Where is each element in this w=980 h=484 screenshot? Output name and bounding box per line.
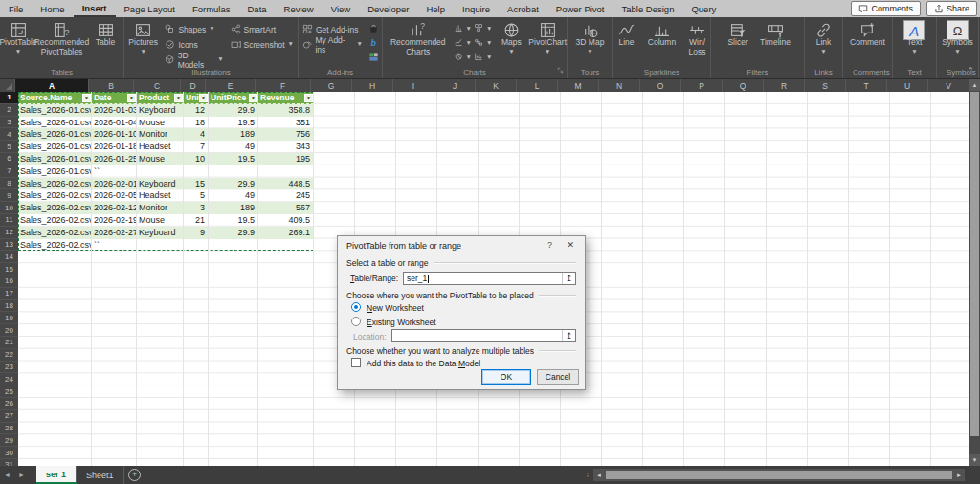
row-header-8[interactable]: 8: [0, 178, 18, 190]
line-chart-button[interactable]: ▼: [455, 36, 472, 51]
excel-table[interactable]: Source.Name▼Date▼Product▼Units▼UnitPrice…: [18, 92, 314, 251]
column-header-T[interactable]: T: [846, 79, 887, 92]
text-button[interactable]: AText▼: [899, 19, 931, 55]
cancel-button[interactable]: Cancel: [537, 369, 579, 385]
scroll-down-icon[interactable]: ▼: [969, 454, 980, 466]
cell[interactable]: 3: [184, 202, 209, 214]
column-header-C[interactable]: C: [134, 79, 181, 92]
comments-button[interactable]: Comments: [851, 1, 921, 16]
column-header-V[interactable]: V: [928, 79, 969, 92]
symbols-button[interactable]: ΩSymbols▼: [939, 19, 976, 55]
pivotchart-button[interactable]: PivotChart▼: [530, 19, 565, 55]
cell[interactable]: 2026-01-10: [92, 128, 137, 141]
sheet-nav-right-icon[interactable]: ►: [14, 466, 29, 484]
column-header-O[interactable]: O: [640, 79, 681, 92]
cell[interactable]: 351: [258, 117, 314, 129]
cell[interactable]: Keyboard: [137, 104, 184, 117]
cell[interactable]: 2026-02-12: [92, 202, 137, 214]
location-picker-icon[interactable]: ↥: [562, 330, 575, 341]
select-all-corner[interactable]: [0, 79, 15, 92]
row-header-2[interactable]: 2: [0, 104, 18, 117]
filter-button[interactable]: ▼: [127, 94, 136, 102]
cell[interactable]: 245: [258, 189, 314, 202]
row-header-12[interactable]: 12: [0, 227, 18, 239]
tab-insert[interactable]: Insert: [74, 0, 116, 17]
cell[interactable]: 49: [209, 141, 258, 153]
cell[interactable]: Mouse: [137, 214, 184, 227]
cell[interactable]: 49: [209, 189, 258, 202]
line-button[interactable]: Line: [611, 19, 643, 48]
cell[interactable]: 19.5: [209, 214, 258, 227]
screenshot-button[interactable]: Screenshot▼: [229, 37, 296, 52]
column-button[interactable]: Column: [646, 19, 679, 48]
table-header-cell[interactable]: Source.Name▼: [18, 92, 92, 103]
cell[interactable]: 189: [209, 128, 258, 141]
range-picker-icon[interactable]: ↥: [562, 273, 575, 284]
cell[interactable]: 2026-02-27: [92, 227, 137, 239]
cell[interactable]: 409.5: [258, 214, 314, 227]
dialog-help-icon[interactable]: ?: [547, 240, 552, 250]
cell[interactable]: 756: [258, 128, 314, 141]
row-header-14[interactable]: 14: [0, 251, 18, 263]
row-header-4[interactable]: 4: [0, 128, 18, 141]
recommended-charts-button[interactable]: ?Recommended Charts: [385, 19, 452, 57]
column-header-B[interactable]: B: [89, 79, 134, 92]
column-header-D[interactable]: D: [181, 79, 206, 92]
row-header-24[interactable]: 24: [0, 373, 18, 385]
column-header-S[interactable]: S: [805, 79, 846, 92]
cell[interactable]: Headset: [137, 141, 184, 153]
cell[interactable]: 18: [184, 117, 209, 129]
pictures-button[interactable]: Pictures▼: [126, 19, 160, 55]
cell[interactable]: Mouse: [137, 117, 184, 129]
row-header-18[interactable]: 18: [0, 300, 18, 313]
smartart-button[interactable]: SmartArt: [229, 22, 296, 36]
cell[interactable]: Sales_2026-01.csv: [18, 165, 92, 178]
table-header-cell[interactable]: Units▼: [184, 92, 209, 103]
filter-button[interactable]: ▼: [304, 94, 313, 102]
row-header-13[interactable]: 13: [0, 239, 18, 252]
scroll-up-icon[interactable]: ▲: [969, 79, 980, 91]
row-header-20[interactable]: 20: [0, 324, 18, 337]
tab-developer[interactable]: Developer: [359, 0, 417, 17]
geo-addin-button[interactable]: [368, 51, 380, 63]
cell[interactable]: Headset: [137, 189, 184, 202]
row-header-1[interactable]: 1: [0, 92, 18, 104]
cell[interactable]: 358.8: [258, 104, 314, 117]
cell[interactable]: Keyboard: [137, 227, 184, 239]
cell[interactable]: [137, 165, 184, 178]
column-header-R[interactable]: R: [764, 79, 805, 92]
cell[interactable]: Mouse: [137, 153, 184, 165]
row-header-30[interactable]: 30: [0, 447, 18, 459]
row-header-28[interactable]: 28: [0, 423, 18, 435]
link-button[interactable]: Link▼: [808, 19, 840, 55]
filter-button[interactable]: ▼: [174, 94, 183, 102]
column-chart-button[interactable]: ▼: [455, 22, 472, 36]
table-header-cell[interactable]: Date▼: [92, 92, 137, 103]
tab-page-layout[interactable]: Page Layout: [116, 0, 184, 17]
tab-view[interactable]: View: [323, 0, 359, 17]
recommended-pivottables-button[interactable]: ?Recommended PivotTables: [37, 19, 86, 57]
hierarchy-chart-button[interactable]: ▼: [475, 22, 492, 36]
cell[interactable]: Sales_2026-01.csv: [18, 128, 92, 141]
cell[interactable]: 2026-01-25: [92, 153, 137, 165]
sheet-tab-sheet1[interactable]: Sheet1: [77, 466, 124, 484]
slicer-button[interactable]: Slicer: [722, 19, 754, 48]
horizontal-scroll-thumb[interactable]: [606, 471, 952, 479]
cell[interactable]: 2026-02-05: [92, 189, 137, 202]
cell[interactable]: Sales_2026-02.csv: [18, 239, 92, 252]
column-header-N[interactable]: N: [599, 79, 640, 92]
column-header-A[interactable]: A: [15, 79, 89, 92]
cell[interactable]: [209, 239, 258, 252]
row-header-17[interactable]: 17: [0, 288, 18, 300]
column-header-K[interactable]: K: [476, 79, 517, 92]
cell[interactable]: 29.9: [209, 178, 258, 190]
sheet-tab-ser-1[interactable]: ser 1: [36, 466, 77, 484]
table-button[interactable]: Table: [89, 19, 122, 48]
row-header-6[interactable]: 6: [0, 153, 18, 165]
cell[interactable]: [184, 165, 209, 178]
cell[interactable]: [258, 239, 314, 252]
column-header-E[interactable]: E: [206, 79, 256, 92]
cell[interactable]: 21: [184, 214, 209, 227]
cell[interactable]: Sales_2026-01.csv: [18, 117, 92, 129]
column-header-F[interactable]: F: [256, 79, 311, 92]
